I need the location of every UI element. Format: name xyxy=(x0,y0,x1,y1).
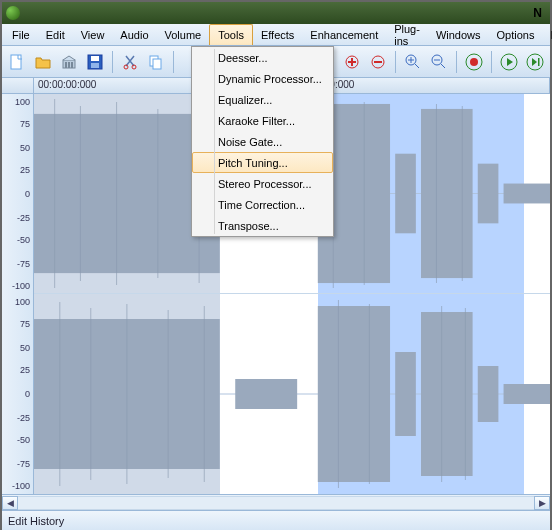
menu-file[interactable]: File xyxy=(4,24,38,45)
save-icon[interactable] xyxy=(84,51,106,73)
menu-help[interactable]: Help xyxy=(542,24,552,45)
svg-rect-45 xyxy=(504,384,550,404)
svg-rect-0 xyxy=(11,55,21,69)
svg-rect-11 xyxy=(153,59,161,69)
channel-right xyxy=(34,294,550,494)
svg-rect-7 xyxy=(91,63,99,68)
scroll-left-icon[interactable]: ◀ xyxy=(2,496,18,510)
new-file-icon[interactable] xyxy=(6,51,28,73)
svg-rect-28 xyxy=(504,184,550,204)
svg-rect-42 xyxy=(395,352,416,436)
menu-volume[interactable]: Volume xyxy=(157,24,210,45)
svg-point-17 xyxy=(470,58,478,66)
open-file-icon[interactable] xyxy=(32,51,54,73)
menu-enhancement[interactable]: Enhancement xyxy=(302,24,386,45)
svg-rect-44 xyxy=(478,366,499,422)
svg-rect-26 xyxy=(421,109,473,278)
menu-plugins[interactable]: Plug-ins xyxy=(386,24,428,45)
horizontal-scrollbar[interactable]: ◀ ▶ xyxy=(2,494,550,510)
menu-audio[interactable]: Audio xyxy=(112,24,156,45)
app-icon xyxy=(6,6,20,20)
menu-options[interactable]: Options xyxy=(489,24,543,45)
scroll-track[interactable] xyxy=(18,496,534,510)
library-icon[interactable] xyxy=(58,51,80,73)
svg-rect-41 xyxy=(318,306,390,482)
svg-rect-27 xyxy=(478,164,499,224)
play-icon[interactable] xyxy=(498,51,520,73)
svg-rect-20 xyxy=(538,58,540,66)
amplitude-gutter: 100 75 50 25 0 -25 -50 -75 -100 100 75 5… xyxy=(2,94,34,494)
menu-tools[interactable]: Tools xyxy=(209,24,253,45)
svg-rect-2 xyxy=(65,62,67,68)
title-text: N xyxy=(533,6,546,20)
menu-edit[interactable]: Edit xyxy=(38,24,73,45)
zoom-in-icon[interactable] xyxy=(402,51,424,73)
marker-add-icon[interactable] xyxy=(341,51,363,73)
svg-rect-6 xyxy=(91,56,99,61)
svg-rect-40 xyxy=(235,379,297,409)
copy-icon[interactable] xyxy=(145,51,167,73)
play-loop-icon[interactable] xyxy=(524,51,546,73)
menu-view[interactable]: View xyxy=(73,24,113,45)
svg-rect-3 xyxy=(68,62,70,68)
scroll-right-icon[interactable]: ▶ xyxy=(534,496,550,510)
cut-icon[interactable] xyxy=(119,51,141,73)
menubar: File Edit View Audio Volume Tools Effect… xyxy=(2,24,550,46)
record-icon[interactable] xyxy=(463,51,485,73)
zoom-out-icon[interactable] xyxy=(428,51,450,73)
marker-remove-icon[interactable] xyxy=(367,51,389,73)
tools-dropdown: Deesser... Dynamic Processor... Equalize… xyxy=(191,46,334,237)
svg-rect-4 xyxy=(71,62,73,68)
menu-effects[interactable]: Effects xyxy=(253,24,302,45)
svg-rect-25 xyxy=(395,154,416,234)
menu-windows[interactable]: Windows xyxy=(428,24,489,45)
statusbar: Edit History xyxy=(2,510,550,530)
titlebar: N xyxy=(2,2,550,24)
status-text: Edit History xyxy=(8,515,64,527)
